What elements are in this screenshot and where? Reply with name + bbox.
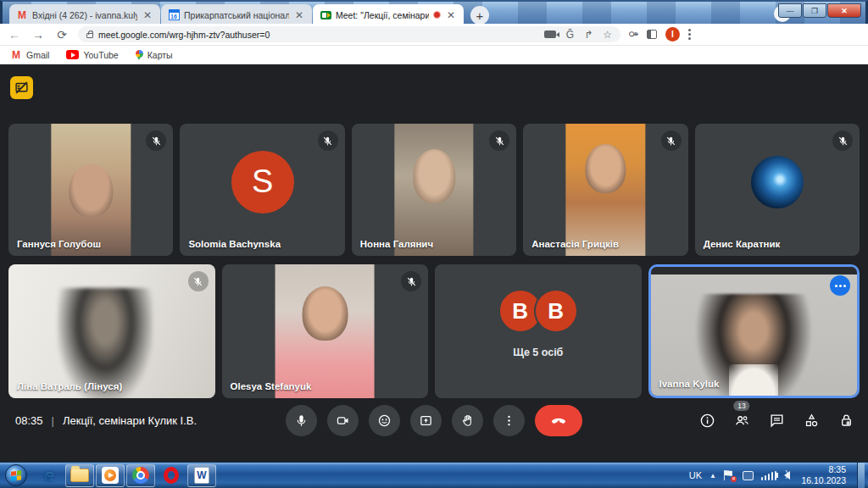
participant-tile[interactable]: S Solomia Bachynska — [180, 124, 344, 256]
tab-label: Вхідні (4 262) - ivanna.kulyk@pn — [32, 10, 137, 20]
bookmark-label: YouTube — [83, 50, 118, 60]
meet-control-bar: 08:35 | Лекції, семінари Кулик І.В. — [0, 398, 868, 442]
side-panel-icon[interactable] — [647, 30, 657, 39]
participant-tile-self[interactable]: Ivanna Kyluk — [648, 264, 860, 398]
mic-muted-icon — [489, 130, 509, 151]
extensions-icon[interactable]: ⚩ — [629, 28, 638, 41]
host-controls-icon[interactable] — [836, 410, 856, 430]
volume-icon[interactable] — [784, 471, 790, 480]
call-controls — [286, 405, 582, 436]
tab-university-site[interactable]: 16 Прикарпатський національний ✕ — [161, 4, 312, 25]
profile-avatar[interactable]: I — [665, 27, 680, 42]
participant-name: Olesya Stefanyuk — [231, 381, 312, 391]
chat-icon[interactable] — [766, 410, 787, 430]
participant-name: Нонна Галянич — [360, 239, 433, 249]
media-player-icon[interactable] — [96, 464, 125, 487]
share-icon[interactable]: ↱ — [584, 29, 593, 41]
end-call-button[interactable] — [535, 405, 582, 436]
video-feed — [52, 124, 131, 256]
mic-muted-icon — [832, 130, 853, 151]
participant-name: Solomia Bachynska — [188, 239, 281, 249]
profile-picture — [751, 156, 804, 208]
window-controls: — ❐ ✕ — [778, 3, 861, 18]
participants-icon[interactable]: 13 — [732, 410, 752, 430]
forward-button[interactable]: → — [31, 28, 46, 42]
video-feed — [8, 264, 215, 398]
mic-muted-icon — [318, 130, 338, 151]
tab-close-icon[interactable]: ✕ — [293, 9, 305, 21]
tab-meet-active[interactable]: Meet: "Лекції, семінари Кул ✕ — [313, 4, 464, 25]
close-button[interactable]: ✕ — [827, 3, 861, 18]
participant-tile[interactable]: Ганнуся Голубош — [8, 124, 173, 256]
participant-tile[interactable]: Денис Каратник — [695, 124, 860, 256]
bookmark-star-icon[interactable]: ☆ — [603, 29, 612, 41]
participant-tile[interactable]: Ліна Ватраль (Лінуся) — [8, 264, 215, 398]
new-tab-button[interactable]: + — [470, 6, 489, 25]
bookmark-gmail[interactable]: M Gmail — [10, 49, 49, 61]
tab-gmail-inbox[interactable]: M Вхідні (4 262) - ivanna.kulyk@pn ✕ — [9, 4, 160, 25]
reactions-button[interactable] — [369, 405, 400, 436]
meeting-details-icon[interactable] — [697, 410, 717, 430]
bookmarks-bar: M Gmail YouTube Карты — [0, 46, 868, 64]
gmail-icon: M — [16, 9, 28, 21]
bookmark-youtube[interactable]: YouTube — [66, 50, 118, 60]
mic-muted-icon — [188, 271, 209, 291]
video-feed — [566, 124, 645, 256]
address-bar[interactable]: meet.google.com/wrg-hjhm-ztv?authuser=0 … — [78, 26, 620, 42]
reload-button[interactable]: ⟳ — [54, 28, 70, 42]
chrome-icon[interactable] — [126, 464, 155, 487]
show-desktop-button[interactable] — [857, 463, 865, 488]
microphone-button[interactable] — [286, 405, 317, 436]
language-indicator[interactable]: UK — [689, 470, 702, 480]
minimize-button[interactable]: — — [778, 3, 802, 18]
participant-tile[interactable]: Анастасія Грицків — [523, 124, 687, 256]
participant-tile[interactable]: Нонна Галянич — [352, 124, 516, 256]
participants-count-badge: 13 — [733, 401, 749, 411]
video-grid-row-2: Ліна Ватраль (Лінуся) Olesya Stefanyuk B… — [8, 264, 860, 398]
meeting-time: 08:35 — [15, 414, 43, 427]
camera-button[interactable] — [327, 405, 359, 436]
start-button[interactable] — [5, 464, 27, 486]
raise-hand-button[interactable] — [452, 405, 483, 436]
video-feed — [394, 124, 473, 256]
bookmark-maps[interactable]: Карты — [136, 50, 173, 60]
meeting-title: Лекції, семінари Кулик І.В. — [63, 414, 197, 427]
tray-date: 16.10.2023 — [801, 475, 846, 486]
browser-toolbar: ← → ⟳ meet.google.com/wrg-hjhm-ztv?authu… — [0, 24, 868, 46]
present-screen-button[interactable] — [410, 405, 442, 436]
internet-explorer-icon[interactable]: e — [35, 464, 64, 487]
overflow-participants-tile[interactable]: B B Ще 5 осіб — [435, 264, 642, 398]
letter-avatar: B — [534, 289, 578, 333]
tab-strip: M Вхідні (4 262) - ivanna.kulyk@pn ✕ 16 … — [9, 4, 489, 25]
browser-menu-icon[interactable] — [688, 29, 691, 40]
file-explorer-icon[interactable] — [65, 464, 94, 487]
meeting-panels: 13 — [697, 410, 856, 430]
participant-name: Ліна Ватраль (Лінуся) — [17, 381, 122, 391]
presentation-stopped-icon[interactable] — [10, 76, 33, 99]
camera-in-use-icon[interactable] — [544, 30, 556, 38]
calendar-icon: 16 — [168, 9, 180, 21]
activities-icon[interactable] — [801, 410, 821, 430]
back-button[interactable]: ← — [7, 28, 22, 42]
secure-lock-icon — [86, 33, 93, 38]
bookmark-label: Карты — [147, 50, 173, 60]
more-options-button[interactable] — [493, 405, 525, 436]
action-center-icon[interactable]: ✕ — [724, 470, 735, 480]
participant-name: Ганнуся Голубош — [17, 239, 101, 249]
opera-icon[interactable] — [157, 464, 186, 487]
hidden-icons-button[interactable]: ▲ — [709, 472, 716, 480]
taskbar-clock[interactable]: 8:35 16.10.2023 — [801, 464, 849, 486]
maps-pin-icon — [136, 50, 143, 58]
tab-label: Meet: "Лекції, семінари Кул — [336, 10, 429, 20]
tile-options-icon[interactable] — [830, 275, 850, 296]
gmail-icon: M — [10, 49, 22, 61]
mic-muted-icon — [401, 271, 421, 291]
translate-icon[interactable]: Ḡ — [566, 29, 574, 41]
divider: | — [52, 414, 54, 427]
maximize-button[interactable]: ❐ — [803, 3, 826, 18]
display-settings-icon[interactable] — [743, 471, 754, 480]
participant-tile[interactable]: Olesya Stefanyuk — [222, 264, 429, 398]
tab-close-icon[interactable]: ✕ — [445, 9, 457, 21]
word-icon[interactable]: W — [187, 464, 216, 487]
tab-close-icon[interactable]: ✕ — [142, 9, 153, 21]
